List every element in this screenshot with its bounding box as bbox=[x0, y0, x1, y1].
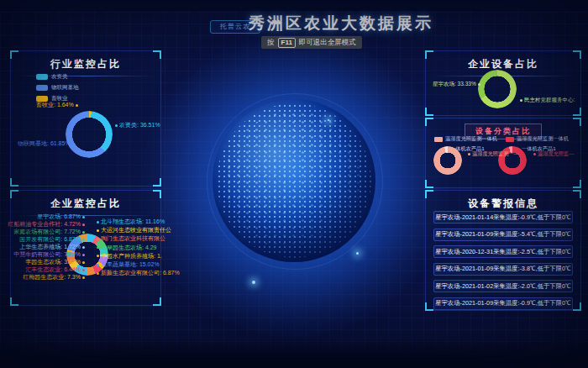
class-donut-left[interactable] bbox=[433, 146, 462, 175]
corner-accent bbox=[10, 190, 18, 198]
enterprise-labels-left: 星宇农场: 6.87% 红船粮油专业合作社: 4.72% 家庭农场有限公司: 7… bbox=[14, 213, 87, 280]
panel-title: 设备警报信息 bbox=[426, 191, 580, 211]
corner-accent bbox=[425, 302, 433, 311]
f11-keycap: F11 bbox=[278, 38, 296, 48]
alarm-row: 星宇农场-2021-01-09采集温度:-0.9℃,低于下限0℃ bbox=[433, 297, 573, 310]
corner-accent bbox=[573, 180, 581, 188]
legend-swatch bbox=[36, 74, 48, 80]
panel-industry-monitor: 行业监控占比 农资类 物联网基地 畜牧业 畜牧业: 1.64% 农资类: 36.… bbox=[10, 50, 161, 187]
hint-suffix: 即可退出全屏模式 bbox=[299, 38, 356, 48]
label-dot bbox=[82, 269, 85, 271]
slice-label: 汇丰生态农业: 6.44% bbox=[25, 266, 87, 272]
legend-swatch bbox=[434, 137, 443, 142]
label-dot bbox=[97, 255, 99, 257]
slice-label: 丰园水产种质养殖场: 1. bbox=[95, 253, 162, 259]
legend-label: 温湿度光照监测一体机 bbox=[517, 135, 569, 143]
slice-label: 民主村党群服务中心: bbox=[518, 97, 575, 103]
legend-item[interactable]: 温湿度光照监测一体机 bbox=[434, 135, 497, 143]
corner-accent bbox=[153, 297, 161, 306]
label-dot bbox=[97, 272, 99, 275]
slice-label: 李园生态农场: 3.42% bbox=[25, 259, 87, 265]
legend-swatch bbox=[36, 96, 48, 102]
slice-label: 陶门生态农业科技有限公 bbox=[95, 235, 165, 241]
slice-label: 家庭农场有限公司: 7.72% bbox=[13, 229, 87, 234]
slice-label: 星宇农场: 6.87% bbox=[37, 213, 87, 219]
corner-accent bbox=[10, 178, 18, 187]
slice-label: 瓜果蔬菜基地: 15.02% bbox=[95, 261, 160, 267]
label-dot bbox=[520, 99, 522, 102]
label-dot bbox=[82, 276, 85, 279]
corner-accent bbox=[573, 108, 581, 116]
slice-label: 红船粮油专业合作社: 4.72% bbox=[8, 221, 87, 227]
label-dot bbox=[533, 153, 536, 155]
label-dot bbox=[82, 223, 85, 226]
label-dot bbox=[97, 229, 99, 232]
legend-item[interactable]: 农资类 bbox=[36, 73, 79, 81]
panel-title: 企业设备占比 bbox=[426, 51, 580, 71]
corner-accent bbox=[425, 108, 433, 116]
slice-label: 农资类: 36.51% bbox=[113, 122, 160, 129]
legend-label: 物联网基地 bbox=[51, 84, 79, 92]
corner-accent bbox=[10, 297, 18, 306]
slice-label: 红梅园生态农业: 7.3% bbox=[23, 274, 87, 280]
legend-label: 农资类 bbox=[51, 73, 68, 81]
label-dot bbox=[82, 261, 85, 264]
label-dot bbox=[72, 143, 75, 145]
device-donut-chart[interactable] bbox=[478, 70, 517, 108]
panel-device-ratio: 企业设备占比 星宇农场: 33.33% 民主村党群服务中心: bbox=[425, 50, 581, 116]
slice-label: 中慧牛奶有限公司: 7.29% bbox=[13, 251, 87, 257]
alarm-row: 星宇农场-2021-01-09采集温度:-3.8℃,低于下限0℃ bbox=[433, 263, 573, 276]
slice-label: 新颜生态农业有限公司: 6.87% bbox=[95, 270, 180, 276]
legend-swatch bbox=[36, 85, 48, 91]
slice-label: 北斗翔生态农场: 11.16% bbox=[95, 218, 165, 224]
panel-title: 行业监控占比 bbox=[11, 51, 160, 71]
corner-accent bbox=[425, 190, 433, 198]
industry-legend: 农资类 物联网基地 畜牧业 bbox=[36, 73, 79, 103]
dashboard-screen: 托普云农 秀洲区农业大数据展示 按 F11 即可退出全屏模式 行业监控占比 农资… bbox=[0, 0, 588, 368]
label-dot bbox=[115, 124, 118, 127]
panel-alarm-info: 设备警报信息 星宇农场-2021-01-14采集温度:-0.9℃,低于下限0℃ … bbox=[425, 190, 581, 311]
page-title: 秀洲区农业大数据展示 bbox=[249, 13, 433, 34]
slice-label: 鸣翠园生态农场: 4.29 bbox=[95, 244, 157, 250]
corner-accent bbox=[10, 50, 18, 59]
label-dot bbox=[468, 153, 470, 155]
legend-label: 温湿度光照监测一体机 bbox=[445, 135, 497, 143]
sparkle-dot bbox=[328, 119, 329, 121]
corner-accent bbox=[153, 50, 161, 59]
sparkle-dot bbox=[252, 281, 255, 284]
slice-label: 上华生态养殖场: 1.72% bbox=[19, 244, 87, 250]
panel-device-class: 设备分类占比 温湿度光照监测一体机 一体机农产品1 温湿度光照监测一体机 一体机… bbox=[425, 118, 581, 188]
alarm-list: 星宇农场-2021-01-14采集温度:-0.9℃,低于下限0℃ 星宇农场-20… bbox=[433, 211, 573, 310]
alarm-row: 星宇农场-2021-01-02采集温度:-2.0℃,低于下限0℃ bbox=[433, 280, 573, 292]
sparkle-dot bbox=[356, 252, 359, 255]
hint-prefix: 按 bbox=[267, 38, 275, 48]
label-dot bbox=[82, 231, 85, 234]
label-dot bbox=[478, 83, 480, 86]
legend-item[interactable]: 温湿度光照监测一体机 bbox=[506, 135, 569, 143]
corner-accent bbox=[425, 50, 433, 59]
slice-label: 畜牧业: 1.64% bbox=[36, 102, 80, 108]
alarm-row: 星宇农场-2020-12-31采集温度:-2.5℃,低于下限0℃ bbox=[433, 245, 573, 258]
corner-accent bbox=[573, 302, 581, 311]
alarm-row: 星宇农场-2021-01-14采集温度:-0.9℃,低于下限0℃ bbox=[433, 211, 573, 223]
label-dot bbox=[82, 239, 85, 241]
slice-label: 大运河生态牧业有限责任公 bbox=[95, 227, 171, 233]
corner-accent bbox=[153, 190, 161, 198]
industry-donut-chart[interactable] bbox=[66, 111, 113, 158]
globe bbox=[213, 99, 375, 262]
corner-accent bbox=[573, 190, 581, 198]
panel-title: 企业监控占比 bbox=[11, 191, 160, 211]
corner-accent bbox=[425, 118, 433, 126]
legend-item[interactable]: 物联网基地 bbox=[36, 84, 79, 92]
label-dot bbox=[97, 221, 99, 223]
corner-accent bbox=[573, 50, 581, 59]
slice-label: 星宇农场: 33.33% bbox=[433, 81, 482, 87]
label-dot bbox=[76, 104, 78, 107]
slice-label: 物联网基地: 61.85% bbox=[18, 140, 76, 147]
legend-swatch bbox=[506, 137, 514, 142]
enterprise-labels-right: 北斗翔生态农场: 11.16% 大运河生态牧业有限责任公 陶门生态农业科技有限公… bbox=[95, 218, 167, 276]
corner-accent bbox=[153, 178, 161, 187]
fullscreen-hint: 按 F11 即可退出全屏模式 bbox=[261, 36, 362, 49]
slice-label: 温湿度光照监— bbox=[532, 150, 574, 158]
corner-accent bbox=[425, 180, 433, 188]
